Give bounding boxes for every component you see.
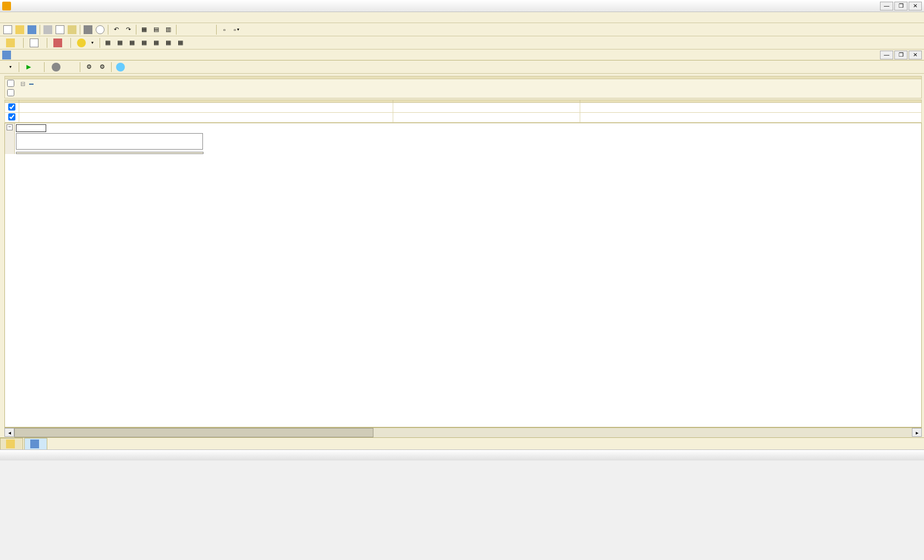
- ext1-icon[interactable]: ▦: [102, 37, 113, 48]
- copy-button[interactable]: [54, 24, 65, 35]
- actions-bar: ▶ ⚙ ⚙: [0, 61, 924, 74]
- extra1-icon[interactable]: ⚙: [84, 62, 95, 73]
- doc-close-button[interactable]: ✕: [909, 51, 922, 59]
- paste-button[interactable]: [67, 24, 78, 35]
- scroll-left-button[interactable]: ◂: [4, 428, 14, 437]
- undo-button[interactable]: ↶: [111, 24, 122, 35]
- window-close-button[interactable]: ✕: [909, 2, 922, 10]
- ext2-icon[interactable]: ▦: [114, 37, 125, 48]
- grid3-icon[interactable]: ▥: [163, 24, 174, 35]
- redo-button[interactable]: ↷: [123, 24, 134, 35]
- outline-column: −: [5, 123, 15, 154]
- advice-dropdown[interactable]: [73, 37, 97, 48]
- report-params-header: [16, 133, 203, 150]
- ext6-icon[interactable]: ▦: [163, 37, 174, 48]
- grid2-icon[interactable]: ▤: [151, 24, 162, 35]
- ext7-icon[interactable]: ▦: [175, 37, 186, 48]
- doc-minimize-button[interactable]: —: [880, 51, 893, 59]
- show-panel-button[interactable]: [2, 37, 21, 48]
- open-file-button[interactable]: [14, 24, 25, 35]
- document-tab-bar: — ❐ ✕: [0, 50, 924, 61]
- tree-collapse-icon[interactable]: ⊟: [16, 80, 29, 87]
- grid1-icon[interactable]: ▦: [139, 24, 150, 35]
- report-tab[interactable]: [24, 438, 47, 449]
- row-header: [16, 152, 204, 154]
- m-button[interactable]: [179, 24, 190, 35]
- toolbar-functions: ▦ ▦ ▦ ▦ ▦ ▦ ▦: [0, 36, 924, 50]
- new-file-button[interactable]: [2, 24, 13, 35]
- scroll-thumb[interactable]: [14, 428, 373, 437]
- end-period-label: [19, 113, 393, 123]
- mminus-button[interactable]: [203, 24, 214, 35]
- status-bar: [0, 449, 924, 460]
- main-menu: [0, 12, 924, 23]
- selected-cell[interactable]: [16, 124, 46, 132]
- panel-functions-tab[interactable]: [0, 438, 23, 449]
- extra2-icon[interactable]: ⚙: [97, 62, 108, 73]
- report-table: [16, 152, 204, 154]
- doc-restore-button[interactable]: ❐: [894, 51, 908, 59]
- cut-button[interactable]: [42, 24, 53, 35]
- filter-panel: ⊟: [4, 76, 922, 98]
- org-checkbox[interactable]: [7, 89, 14, 96]
- misc2-dropdown[interactable]: ▫: [231, 24, 242, 35]
- start-period-checkbox[interactable]: [8, 103, 15, 111]
- filter-selection[interactable]: [29, 84, 34, 85]
- set-org-button[interactable]: [26, 37, 45, 48]
- end-period-value[interactable]: [393, 113, 580, 123]
- settings-button[interactable]: [69, 62, 76, 73]
- window-title-bar: — ❐ ✕: [0, 0, 924, 12]
- find-button[interactable]: [95, 24, 106, 35]
- start-period-value[interactable]: [393, 103, 580, 113]
- window-minimize-button[interactable]: —: [880, 2, 893, 10]
- horizontal-scrollbar[interactable]: ◂ ▸: [4, 427, 922, 437]
- filter-checkbox[interactable]: [7, 80, 14, 87]
- end-period-date[interactable]: [580, 113, 922, 123]
- misc1-icon[interactable]: ▫: [219, 24, 230, 35]
- report-output[interactable]: −: [4, 123, 922, 427]
- enter-op-button[interactable]: [50, 37, 68, 48]
- mplus-button[interactable]: [191, 24, 202, 35]
- params-table: [4, 100, 922, 123]
- start-period-date[interactable]: [580, 103, 922, 113]
- end-period-checkbox[interactable]: [8, 113, 15, 120]
- toolbar-main: ↶ ↷ ▦ ▤ ▥ ▫ ▫: [0, 23, 924, 36]
- app-logo-icon: [2, 2, 11, 10]
- form-button[interactable]: ▶: [23, 62, 41, 73]
- print-button[interactable]: [82, 24, 94, 35]
- ext3-icon[interactable]: ▦: [127, 37, 138, 48]
- ext4-icon[interactable]: ▦: [139, 37, 150, 48]
- ext5-icon[interactable]: ▦: [151, 37, 162, 48]
- help-button[interactable]: [115, 62, 126, 73]
- actions-dropdown[interactable]: [2, 62, 15, 73]
- collapse-icon[interactable]: −: [7, 124, 13, 130]
- scroll-right-button[interactable]: ▸: [912, 428, 922, 437]
- window-maximize-button[interactable]: ❐: [894, 2, 908, 10]
- bottom-tabs: [0, 437, 924, 449]
- constructor-button[interactable]: [48, 62, 67, 73]
- save-button[interactable]: [26, 24, 37, 35]
- report-icon: [2, 51, 11, 59]
